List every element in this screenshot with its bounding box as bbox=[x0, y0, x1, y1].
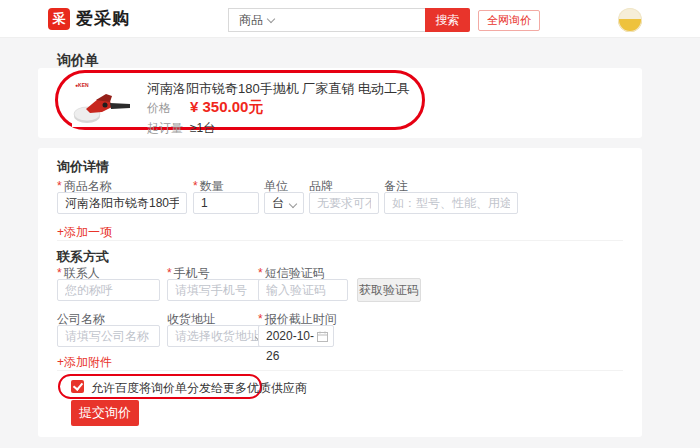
brand-input[interactable] bbox=[309, 192, 379, 214]
divider bbox=[57, 240, 623, 241]
distribute-checkbox[interactable] bbox=[71, 380, 84, 393]
address-select[interactable]: 请选择收货地址 bbox=[167, 325, 270, 347]
deadline-date-value: 2020-10-26 bbox=[266, 329, 314, 363]
quantity-input[interactable] bbox=[193, 192, 259, 214]
address-select-placeholder: 请选择收货地址 bbox=[175, 329, 259, 343]
quote-all-button[interactable]: 全网询价 bbox=[478, 10, 540, 31]
contact-input[interactable] bbox=[57, 279, 160, 301]
chevron-down-icon bbox=[289, 200, 297, 208]
add-attachment-link[interactable]: +添加附件 bbox=[57, 354, 112, 371]
deadline-date-input[interactable]: 2020-10-26 bbox=[258, 325, 334, 347]
search-category-label: 商品 bbox=[239, 13, 263, 27]
add-item-link[interactable]: +添加一项 bbox=[57, 224, 112, 241]
sms-code-input[interactable] bbox=[258, 279, 348, 301]
product-card: ●KEN 河南洛阳市锐奇180手抛机 厂家直销 电动工具 价格 ¥ 350.00… bbox=[38, 68, 642, 138]
contact-section-title: 联系方式 bbox=[57, 248, 109, 266]
calendar-icon bbox=[317, 331, 328, 342]
moq-label: 起订量 bbox=[147, 120, 183, 137]
unit-select-value: 台 bbox=[272, 196, 284, 210]
top-header: 采 爱采购 商品 搜索 全网询价 bbox=[0, 0, 700, 38]
inquiry-form-card: 询价详情 商品名称 数量 单位 品牌 备注 台 +添加一项 联系方式 联系人 手… bbox=[38, 148, 642, 437]
phone-input[interactable] bbox=[167, 279, 270, 301]
company-input[interactable] bbox=[57, 325, 160, 347]
user-avatar[interactable] bbox=[618, 8, 642, 32]
divider bbox=[57, 370, 623, 371]
price-value: ¥ 350.00元 bbox=[190, 98, 263, 117]
product-image: ●KEN bbox=[72, 79, 134, 127]
product-title[interactable]: 河南洛阳市锐奇180手抛机 厂家直销 电动工具 bbox=[147, 80, 410, 98]
svg-text:●KEN: ●KEN bbox=[75, 82, 89, 88]
product-name-input[interactable] bbox=[57, 192, 187, 214]
distribute-checkbox-label: 允许百度将询价单分发给更多优质供应商 bbox=[91, 380, 307, 397]
search-category-dropdown[interactable]: 商品 bbox=[239, 9, 274, 31]
get-code-button[interactable]: 获取验证码 bbox=[357, 278, 421, 302]
price-label: 价格 bbox=[147, 100, 171, 117]
logo-text[interactable]: 爱采购 bbox=[76, 0, 130, 38]
unit-select[interactable]: 台 bbox=[264, 192, 304, 214]
remark-input[interactable] bbox=[384, 192, 518, 214]
logo-icon[interactable]: 采 bbox=[48, 8, 70, 30]
moq-value: ≥1台 bbox=[190, 120, 215, 137]
detail-section-title: 询价详情 bbox=[57, 158, 109, 176]
submit-inquiry-button[interactable]: 提交询价 bbox=[71, 400, 139, 426]
search-button[interactable]: 搜索 bbox=[425, 8, 470, 32]
search-input[interactable]: 商品 bbox=[228, 8, 425, 32]
chevron-down-icon bbox=[267, 15, 275, 23]
